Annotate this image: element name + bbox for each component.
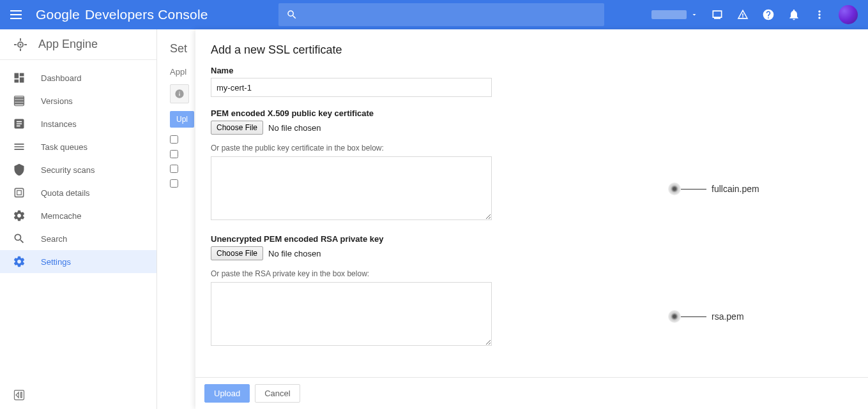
header-actions — [651, 5, 858, 24]
dashboard-icon — [13, 71, 26, 84]
quota-icon — [13, 186, 26, 199]
help-icon[interactable] — [762, 8, 775, 21]
alert-icon[interactable] — [736, 8, 749, 21]
logo[interactable]: Google Developers Console — [36, 7, 208, 22]
annotation-text: fullcain.pem — [712, 184, 759, 194]
caret-down-icon — [690, 11, 698, 19]
sidebar-item-label: Security scans — [41, 165, 95, 175]
search-icon — [286, 9, 298, 20]
sidebar-item-instances[interactable]: Instances — [0, 112, 156, 135]
svg-point-1 — [20, 43, 22, 45]
sidebar-item-label: Versions — [41, 96, 73, 106]
search-input[interactable] — [278, 3, 604, 26]
checkbox-2[interactable] — [170, 150, 178, 158]
annotation-text: rsa.pem — [712, 311, 744, 322]
pubkey-textarea[interactable] — [211, 156, 492, 220]
privkey-paste-hint: Or paste the RSA private key in the box … — [211, 269, 853, 278]
search-icon — [13, 232, 26, 245]
privkey-label: Unencrypted PEM encoded RSA private key — [211, 234, 853, 244]
checkbox-3[interactable] — [170, 165, 178, 173]
cert-name-input[interactable] — [211, 78, 492, 97]
pubkey-label: PEM encoded X.509 public key certificate — [211, 108, 853, 118]
ssl-cert-dialog: Add a new SSL certificate Name PEM encod… — [195, 29, 868, 409]
dialog-footer: Upload Cancel — [195, 377, 868, 409]
logo-text: Developers Console — [85, 7, 208, 22]
versions-icon — [13, 94, 26, 107]
sidebar-item-label: Instances — [41, 119, 77, 129]
annotation-rsa: rsa.pem — [668, 310, 744, 323]
checkbox-4[interactable] — [170, 179, 178, 188]
collapse-sidebar-icon[interactable] — [13, 389, 26, 401]
dialog-title: Add a new SSL certificate — [211, 43, 853, 57]
hamburger-menu-icon[interactable] — [10, 7, 26, 22]
sidebar-item-search[interactable]: Search — [0, 227, 156, 250]
privkey-textarea[interactable] — [211, 282, 492, 346]
project-selector[interactable] — [651, 10, 698, 19]
sidebar-item-settings[interactable]: Settings — [0, 250, 156, 273]
shield-icon — [13, 163, 26, 176]
instances-icon — [13, 117, 26, 130]
sidebar-item-memcache[interactable]: Memcache — [0, 204, 156, 227]
annotation-fullchain: fullcain.pem — [668, 182, 759, 195]
sidebar-item-quota[interactable]: Quota details — [0, 181, 156, 204]
sidebar: App Engine Dashboard Versions Instances … — [0, 29, 157, 409]
checkbox-1[interactable] — [170, 135, 178, 144]
pubkey-file-status: No file chosen — [268, 123, 321, 133]
upload-button[interactable]: Upload — [204, 384, 250, 403]
avatar[interactable] — [839, 5, 858, 24]
notifications-icon[interactable] — [788, 8, 800, 21]
sidebar-item-versions[interactable]: Versions — [0, 89, 156, 112]
sidebar-item-label: Search — [41, 234, 67, 244]
pubkey-paste-hint: Or paste the public key certificate in t… — [211, 144, 853, 152]
top-header: Google Developers Console — [0, 0, 868, 29]
memcache-icon — [13, 209, 26, 222]
sidebar-item-security-scans[interactable]: Security scans — [0, 158, 156, 181]
choose-file-privkey-button[interactable]: Choose File — [211, 246, 263, 260]
info-box — [170, 84, 189, 103]
sidebar-item-label: Dashboard — [41, 73, 82, 83]
sidebar-item-dashboard[interactable]: Dashboard — [0, 66, 156, 89]
privkey-file-status: No file chosen — [268, 249, 321, 258]
sidebar-item-label: Memcache — [41, 211, 82, 221]
sidebar-item-task-queues[interactable]: Task queues — [0, 135, 156, 158]
cancel-button[interactable]: Cancel — [255, 384, 300, 403]
sidebar-title: App Engine — [38, 38, 98, 51]
sidebar-item-label: Settings — [41, 257, 71, 267]
choose-file-pubkey-button[interactable]: Choose File — [211, 121, 263, 135]
info-icon — [174, 89, 185, 99]
svg-rect-3 — [15, 188, 23, 197]
sidebar-header: App Engine — [0, 29, 156, 60]
app-engine-icon — [13, 37, 28, 52]
name-label: Name — [211, 66, 853, 75]
task-queues-icon — [13, 140, 26, 153]
sidebar-item-label: Quota details — [41, 188, 90, 198]
more-icon[interactable] — [813, 8, 826, 21]
gear-icon — [13, 255, 26, 268]
logo-google: Google — [36, 7, 80, 22]
sidebar-item-label: Task queues — [41, 142, 88, 152]
cloud-shell-icon[interactable] — [711, 8, 724, 21]
upload-bg-button[interactable]: Upl — [170, 111, 194, 128]
